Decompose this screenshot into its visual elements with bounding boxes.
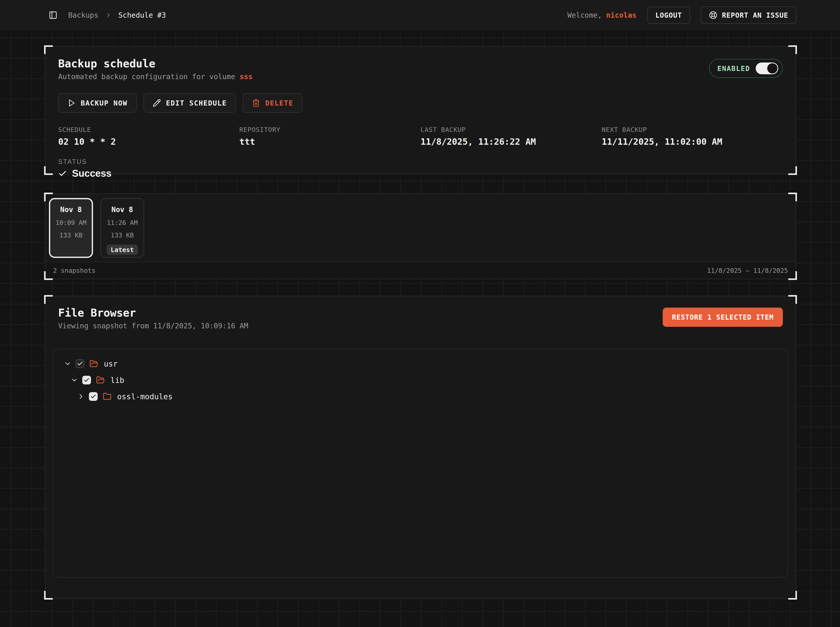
folder-open-icon	[90, 359, 98, 368]
snapshot-size: 133 KB	[101, 232, 144, 239]
corner-bracket	[788, 45, 797, 54]
topbar: Backups Schedule #3 Welcome, nicolas LOG…	[0, 0, 840, 30]
field-value: 11/11/2025, 11:02:00 AM	[602, 137, 783, 147]
corner-bracket	[788, 192, 797, 201]
enabled-label: ENABLED	[717, 65, 750, 72]
topbar-right: Welcome, nicolas LOGOUT REPORT AN ISSUE	[567, 6, 796, 24]
field-label: SCHEDULE	[58, 126, 239, 134]
file-browser-heading: File Browser Viewing snapshot from 11/8/…	[58, 307, 248, 330]
snapshot-time: 11:26 AM	[101, 219, 144, 227]
edit-schedule-button[interactable]: EDIT SCHEDULE	[144, 93, 236, 113]
corner-bracket	[788, 271, 797, 280]
corner-bracket	[44, 591, 53, 600]
corner-bracket	[788, 295, 797, 304]
corner-bracket	[44, 192, 53, 201]
file-browser-subtitle: Viewing snapshot from 11/8/2025, 10:09:1…	[58, 322, 248, 330]
tree-row-lib[interactable]: lib	[71, 372, 788, 388]
delete-button[interactable]: DELETE	[243, 93, 303, 113]
breadcrumb-backups[interactable]: Backups	[68, 11, 98, 19]
checkbox-ossl-modules[interactable]	[89, 392, 98, 401]
breadcrumb: Backups Schedule #3	[68, 11, 166, 19]
file-tree-panel: usr lib ossl-modules	[53, 349, 788, 578]
corner-bracket	[788, 591, 797, 600]
username: nicolas	[606, 11, 636, 19]
sidebar-toggle-button[interactable]	[49, 11, 57, 19]
enabled-toggle[interactable]: ENABLED	[709, 59, 783, 78]
field-last-backup: LAST BACKUP 11/8/2025, 11:26:22 AM	[420, 126, 602, 147]
field-value: 11/8/2025, 11:26:22 AM	[420, 137, 602, 147]
snapshot-time: 10:09 AM	[50, 219, 92, 227]
subtitle-prefix: Automated backup configuration for volum…	[58, 72, 240, 81]
life-buoy-icon	[709, 11, 717, 19]
report-issue-button[interactable]: REPORT AN ISSUE	[701, 6, 796, 24]
schedule-fields: SCHEDULE 02 10 * * 2 REPOSITORY ttt LAST…	[58, 126, 783, 147]
checkbox-usr[interactable]	[76, 359, 84, 368]
snapshot-tile-selected[interactable]: Nov 8 10:09 AM 133 KB	[49, 198, 93, 258]
tree-item-name: usr	[104, 359, 118, 368]
field-value: ttt	[239, 137, 420, 147]
chevron-right-icon[interactable]	[77, 393, 85, 400]
file-browser-title: File Browser	[58, 307, 248, 319]
trash-icon	[252, 99, 260, 107]
snapshot-strip: Nov 8 10:09 AM 133 KB Nov 8 11:26 AM 133…	[45, 194, 796, 262]
snapshot-size: 133 KB	[50, 232, 92, 239]
schedule-card-heading: Backup schedule Automated backup configu…	[58, 57, 253, 81]
backup-schedule-card: Backup schedule Automated backup configu…	[45, 46, 796, 174]
status-block: STATUS Success	[58, 158, 783, 179]
pencil-icon	[153, 99, 161, 107]
field-schedule: SCHEDULE 02 10 * * 2	[58, 126, 239, 147]
folder-icon	[103, 392, 112, 401]
check-icon	[90, 394, 96, 400]
checkbox-lib[interactable]	[82, 376, 91, 384]
folder-open-icon	[96, 376, 105, 384]
snapshot-count: 2 snapshots	[53, 267, 96, 274]
check-icon	[77, 361, 83, 367]
logout-label: LOGOUT	[655, 11, 682, 19]
delete-label: DELETE	[265, 99, 294, 107]
field-next-backup: NEXT BACKUP 11/11/2025, 11:02:00 AM	[602, 126, 783, 147]
tree-item-name: ossl-modules	[117, 392, 173, 401]
chevron-down-icon[interactable]	[64, 360, 71, 367]
backup-now-button[interactable]: BACKUP NOW	[58, 93, 137, 113]
corner-bracket	[788, 166, 797, 175]
report-issue-label: REPORT AN ISSUE	[722, 11, 788, 19]
panel-left-icon	[49, 11, 57, 19]
corner-bracket	[44, 295, 53, 304]
volume-name: sss	[240, 72, 253, 81]
edit-schedule-label: EDIT SCHEDULE	[166, 99, 227, 107]
tree-row-usr[interactable]: usr	[64, 356, 788, 372]
schedule-card-subtitle: Automated backup configuration for volum…	[58, 72, 253, 81]
latest-badge: Latest	[107, 244, 138, 255]
snapshot-tile-latest[interactable]: Nov 8 11:26 AM 133 KB Latest	[100, 198, 144, 258]
backup-now-label: BACKUP NOW	[81, 99, 128, 107]
restore-selected-button[interactable]: RESTORE 1 SELECTED ITEM	[663, 307, 783, 327]
status-label: STATUS	[58, 158, 783, 165]
schedule-card-title: Backup schedule	[58, 57, 253, 70]
enabled-switch[interactable]	[756, 63, 778, 74]
file-browser-card: File Browser Viewing snapshot from 11/8/…	[45, 296, 796, 599]
chevron-right-icon	[105, 12, 112, 19]
welcome-prefix: Welcome,	[567, 11, 606, 19]
field-label: NEXT BACKUP	[602, 126, 783, 134]
tree-item-name: lib	[111, 376, 124, 385]
check-icon	[84, 377, 90, 383]
snapshot-date: Nov 8	[101, 205, 144, 214]
welcome-text: Welcome, nicolas	[567, 11, 636, 19]
play-icon	[67, 99, 76, 107]
corner-bracket	[44, 271, 53, 280]
breadcrumb-current-page: Schedule #3	[118, 11, 166, 19]
switch-knob	[767, 63, 777, 74]
field-value: 02 10 * * 2	[58, 137, 239, 147]
chevron-down-icon[interactable]	[71, 376, 78, 384]
corner-bracket	[44, 45, 53, 54]
snapshots-footer: 2 snapshots 11/8/2025 – 11/8/2025	[45, 262, 796, 279]
tree-row-ossl-modules[interactable]: ossl-modules	[77, 388, 788, 405]
check-icon	[58, 169, 67, 178]
logout-button[interactable]: LOGOUT	[647, 7, 690, 24]
field-label: REPOSITORY	[239, 126, 420, 134]
snapshots-card: Nov 8 10:09 AM 133 KB Nov 8 11:26 AM 133…	[45, 194, 796, 279]
corner-bracket	[44, 166, 53, 175]
field-label: LAST BACKUP	[420, 126, 602, 134]
snapshot-date-range: 11/8/2025 – 11/8/2025	[707, 267, 788, 274]
field-repository: REPOSITORY ttt	[239, 126, 420, 147]
